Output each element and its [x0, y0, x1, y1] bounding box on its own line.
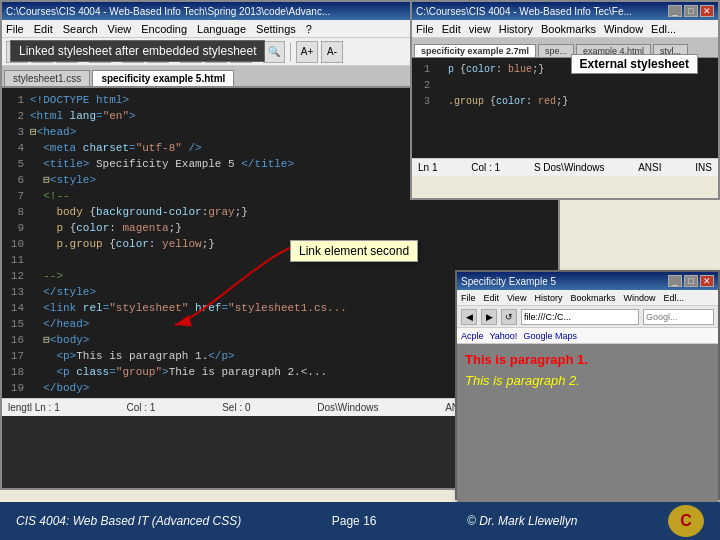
- ext-window-controls: _ □ ✕: [668, 5, 714, 17]
- ext-stylesheet-label: External stylesheet: [571, 54, 698, 74]
- screen: C:\Courses\CIS 4004 - Web-Based Info Tec…: [0, 0, 720, 540]
- menu-settings[interactable]: Settings: [256, 23, 296, 35]
- browser-maximize-button[interactable]: □: [684, 275, 698, 287]
- ext-status-ln: Ln 1: [418, 162, 437, 173]
- ext-menu-history[interactable]: History: [499, 23, 533, 35]
- ext-menu-bookmarks[interactable]: Bookmarks: [541, 23, 596, 35]
- status-length: lengtl Ln : 1: [8, 402, 60, 413]
- browser-content: This is paragraph 1. This is paragraph 2…: [457, 344, 718, 502]
- browser-search-bar[interactable]: [643, 309, 714, 325]
- browser-titlebar: Specificity Example 5 _ □ ✕: [457, 272, 718, 290]
- linked-stylesheet-label: Linked stylesheet after embedded stylesh…: [10, 40, 265, 62]
- code-line-11: 11: [2, 252, 558, 268]
- browser-window-controls: _ □ ✕: [668, 275, 714, 287]
- footer-page: Page 16: [332, 514, 377, 528]
- ext-status-ins: INS: [695, 162, 712, 173]
- ext-menu-file[interactable]: File: [416, 23, 434, 35]
- link-element-label: Link element second: [290, 240, 418, 262]
- browser-menu-file[interactable]: File: [461, 293, 476, 303]
- tab-html-label: specificity example 5.html: [101, 73, 225, 84]
- code-line-10: 10 p.group {color: yellow;}: [2, 236, 558, 252]
- ext-stylesheet-window: C:\Courses\CIS 4004 - Web-Based Info Tec…: [410, 0, 720, 200]
- browser-forward-button[interactable]: ▶: [481, 309, 497, 325]
- ext-status-col: Col : 1: [471, 162, 500, 173]
- browser-minimize-button[interactable]: _: [668, 275, 682, 287]
- ext-status-mode: S Dos\Windows: [534, 162, 605, 173]
- code-line-8: 8 body {background-color:gray;}: [2, 204, 558, 220]
- menu-encoding[interactable]: Encoding: [141, 23, 187, 35]
- browser-menu-history[interactable]: History: [534, 293, 562, 303]
- browser-preview-window: Specificity Example 5 _ □ ✕ File Edit Vi…: [455, 270, 720, 500]
- browser-bookmarks-bar: Acple Yahoo! Google Maps: [457, 328, 718, 344]
- status-line-ending: Dos\Windows: [317, 402, 378, 413]
- browser-menu-bar: File Edit View History Bookmarks Window …: [457, 290, 718, 306]
- ext-menu-bar: File Edit view History Bookmarks Window …: [412, 20, 718, 38]
- menu-help[interactable]: ?: [306, 23, 312, 35]
- browser-para1: This is paragraph 1.: [465, 352, 710, 367]
- browser-close-button[interactable]: ✕: [700, 275, 714, 287]
- browser-back-button[interactable]: ◀: [461, 309, 477, 325]
- ext-close-button[interactable]: ✕: [700, 5, 714, 17]
- zoom-out-button[interactable]: A-: [321, 41, 343, 63]
- toolbar-separator-5: [290, 43, 291, 61]
- tab-stylesheet[interactable]: stylesheet1.css: [4, 70, 90, 86]
- browser-para2: This is paragraph 2.: [465, 373, 710, 388]
- ext-tab-1[interactable]: spe...: [538, 44, 574, 57]
- status-col: Col : 1: [126, 402, 155, 413]
- ext-status-encoding: ANSI: [638, 162, 661, 173]
- zoom-in-button[interactable]: A+: [296, 41, 318, 63]
- browser-toolbar: ◀ ▶ ↺: [457, 306, 718, 328]
- ext-code-line-3: 3 .group {color: red;}: [416, 94, 714, 110]
- menu-edit[interactable]: Edit: [34, 23, 53, 35]
- menu-view[interactable]: View: [108, 23, 132, 35]
- ext-menu-window[interactable]: Window: [604, 23, 643, 35]
- ext-maximize-button[interactable]: □: [684, 5, 698, 17]
- ext-window-titlebar: C:\Courses\CIS 4004 - Web-Based Info Tec…: [412, 2, 718, 20]
- bookmark-acple[interactable]: Acple: [461, 331, 484, 341]
- ext-menu-edit[interactable]: Edit: [442, 23, 461, 35]
- ext-menu-view[interactable]: view: [469, 23, 491, 35]
- code-line-9: 9 p {color: magenta;}: [2, 220, 558, 236]
- bookmark-google-maps[interactable]: Google Maps: [523, 331, 577, 341]
- browser-menu-edit[interactable]: Edit: [484, 293, 500, 303]
- footer-logo: C: [668, 505, 704, 537]
- browser-address-bar[interactable]: [521, 309, 639, 325]
- footer-author: © Dr. Mark Llewellyn: [467, 514, 577, 528]
- menu-file[interactable]: File: [6, 23, 24, 35]
- browser-reload-button[interactable]: ↺: [501, 309, 517, 325]
- ext-tab-0[interactable]: specificity example 2.7ml: [414, 44, 536, 57]
- status-sel: Sel : 0: [222, 402, 250, 413]
- ext-minimize-button[interactable]: _: [668, 5, 682, 17]
- menu-search[interactable]: Search: [63, 23, 98, 35]
- menu-language[interactable]: Language: [197, 23, 246, 35]
- footer-course: CIS 4004: Web Based IT (Advanced CSS): [16, 514, 241, 528]
- footer: CIS 4004: Web Based IT (Advanced CSS) Pa…: [0, 502, 720, 540]
- bookmark-yahoo[interactable]: Yahoo!: [490, 331, 518, 341]
- ext-status-bar: Ln 1 Col : 1 S Dos\Windows ANSI INS: [412, 158, 718, 176]
- tab-stylesheet-label: stylesheet1.css: [13, 73, 81, 84]
- browser-menu-view[interactable]: View: [507, 293, 526, 303]
- browser-menu-help[interactable]: Edl...: [663, 293, 684, 303]
- find-button[interactable]: 🔍: [263, 41, 285, 63]
- browser-menu-bookmarks[interactable]: Bookmarks: [570, 293, 615, 303]
- browser-title: Specificity Example 5: [461, 276, 668, 287]
- ext-code-line-2: 2: [416, 78, 714, 94]
- ext-window-title: C:\Courses\CIS 4004 - Web-Based Info Tec…: [416, 6, 668, 17]
- tab-html[interactable]: specificity example 5.html: [92, 70, 234, 86]
- ext-menu-help[interactable]: Edl...: [651, 23, 676, 35]
- browser-menu-window[interactable]: Window: [623, 293, 655, 303]
